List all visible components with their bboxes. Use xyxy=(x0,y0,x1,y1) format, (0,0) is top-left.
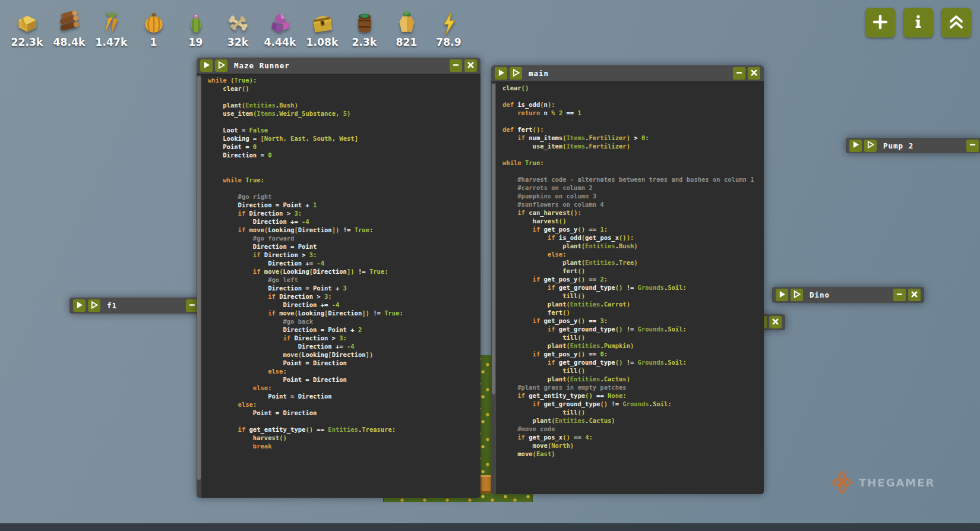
resource-counter: 4.44k xyxy=(259,10,301,48)
code-line: if get_ground_type() != Grounds.Soil: xyxy=(502,358,764,366)
power-icon xyxy=(436,10,462,37)
scrollbar[interactable] xyxy=(491,83,496,494)
close-icon xyxy=(467,61,475,71)
wood-icon xyxy=(56,10,83,37)
code-line xyxy=(208,167,480,176)
code-line: if get_pos_y() == 3: xyxy=(502,317,764,325)
step-button[interactable] xyxy=(791,289,803,301)
code-editor[interactable]: clear()def is_odd(n): return n % 2 == 1d… xyxy=(491,81,764,494)
code-line xyxy=(502,167,764,175)
window-title: f1 xyxy=(107,301,117,310)
window-bar-f1: f1 xyxy=(69,298,202,314)
code-content[interactable]: while (True): clear() plant(Entities.Bus… xyxy=(208,76,480,498)
code-line: Point = Direction xyxy=(208,375,480,384)
close-button[interactable] xyxy=(769,316,782,328)
close-icon xyxy=(750,69,758,78)
minimize-icon xyxy=(735,69,743,78)
watermark-text: THEGAMER xyxy=(859,476,935,489)
resource-counter: 22.3k xyxy=(6,10,48,48)
window-titlebar[interactable]: Maze Runner xyxy=(197,58,480,74)
scrollbar-thumb[interactable] xyxy=(197,76,201,480)
resource-counter: 48.4k xyxy=(48,10,90,48)
minimize-button[interactable] xyxy=(733,67,745,80)
window-titlebar[interactable]: f1 xyxy=(69,298,202,314)
step-button[interactable] xyxy=(510,67,522,80)
code-line: use_item(Items.Fertilizer) xyxy=(502,142,764,150)
code-line: plant(Entities.Tree) xyxy=(502,258,764,267)
run-button[interactable] xyxy=(73,299,86,312)
window-titlebar[interactable]: Pump 2 xyxy=(846,138,980,153)
resource-value: 4.44k xyxy=(264,37,296,48)
window-titlebar[interactable]: Dino xyxy=(772,287,924,303)
run-button[interactable] xyxy=(776,289,788,301)
code-line: Direction += -4 xyxy=(208,217,480,226)
code-line: if num_items(Items.Fertilizer) > 0: xyxy=(502,134,764,142)
code-line: if Direction > 3: xyxy=(208,209,480,217)
code-line: plant(Entities.Cactus) xyxy=(502,375,764,383)
play-outline-icon xyxy=(90,301,98,311)
code-line: if get_pos_y() == 1: xyxy=(502,225,764,233)
step-button[interactable] xyxy=(88,299,100,312)
code-line: #carrots on column 2 xyxy=(502,184,764,192)
play-icon xyxy=(75,301,83,311)
collapse-all-button[interactable] xyxy=(941,8,971,37)
code-line: Point = 0 xyxy=(208,143,480,151)
info-icon xyxy=(910,14,927,32)
run-button[interactable] xyxy=(495,67,507,80)
window-titlebar[interactable]: main xyxy=(491,65,764,81)
code-line: fert() xyxy=(502,308,764,317)
resource-value: 2.3k xyxy=(352,37,377,48)
code-line: if Direction > 3: xyxy=(208,334,480,342)
code-line: till() xyxy=(502,366,764,375)
code-window-maze-runner: Maze Runnerwhile (True): clear() plant(E… xyxy=(197,58,480,498)
close-button[interactable] xyxy=(908,289,921,301)
scrollbar[interactable] xyxy=(197,75,201,498)
code-line: if can_harvest(): xyxy=(502,208,764,217)
scrollbar-thumb[interactable] xyxy=(492,84,495,394)
code-line: till() xyxy=(502,292,764,300)
code-line: move(East) xyxy=(502,450,764,458)
gold-chest-icon xyxy=(309,10,336,37)
add-window-button[interactable] xyxy=(865,8,895,37)
code-line: Point = Direction xyxy=(208,359,480,367)
minimize-button[interactable] xyxy=(450,59,462,72)
step-button[interactable] xyxy=(215,59,227,72)
code-content[interactable]: clear()def is_odd(n): return n % 2 == 1d… xyxy=(502,84,764,494)
resource-bar: 22.3k48.4k1.47k11932k4.44k1.08k2.3k82178… xyxy=(6,10,470,48)
resource-value: 48.4k xyxy=(53,37,85,48)
code-line: #go right xyxy=(208,192,480,201)
minimize-button[interactable] xyxy=(893,289,906,301)
step-button[interactable] xyxy=(864,140,877,152)
code-editor[interactable]: while (True): clear() plant(Entities.Bus… xyxy=(197,74,480,498)
code-line xyxy=(208,159,480,167)
code-line: if is_odd(get_pos_x()): xyxy=(502,233,764,242)
run-button[interactable] xyxy=(849,140,862,152)
info-button[interactable] xyxy=(903,8,933,37)
resource-counter: 78.9 xyxy=(428,10,470,48)
gold-pot-icon xyxy=(394,10,420,37)
code-line: if get_entity_type() == None: xyxy=(502,391,764,400)
code-line: fert() xyxy=(502,267,764,275)
close-icon xyxy=(772,318,779,327)
code-line: while (True): xyxy=(208,76,480,84)
code-line xyxy=(208,93,480,101)
resource-value: 1.08k xyxy=(306,37,338,48)
code-line: if move(Looking[Direction]) != True: xyxy=(208,309,480,317)
code-line: Direction = Point + 1 xyxy=(208,201,480,209)
close-button[interactable] xyxy=(464,59,477,72)
code-line: #pumpkins on column 3 xyxy=(502,192,764,200)
resource-counter: 1.47k xyxy=(90,10,132,48)
close-button[interactable] xyxy=(748,67,760,80)
code-line: Loot = False xyxy=(208,126,480,134)
play-icon xyxy=(203,61,210,71)
run-button[interactable] xyxy=(200,59,213,72)
minimize-button[interactable] xyxy=(966,140,979,152)
resource-value: 22.3k xyxy=(11,37,43,48)
code-line: #go back xyxy=(208,317,480,325)
play-icon xyxy=(497,69,505,78)
code-line: def is_odd(n): xyxy=(502,100,764,109)
resource-value: 32k xyxy=(227,37,249,48)
code-line: Point = Direction xyxy=(208,409,480,417)
code-line: if Direction > 3: xyxy=(208,251,480,259)
code-line: if get_ground_type() != Grounds.Soil: xyxy=(502,400,764,408)
